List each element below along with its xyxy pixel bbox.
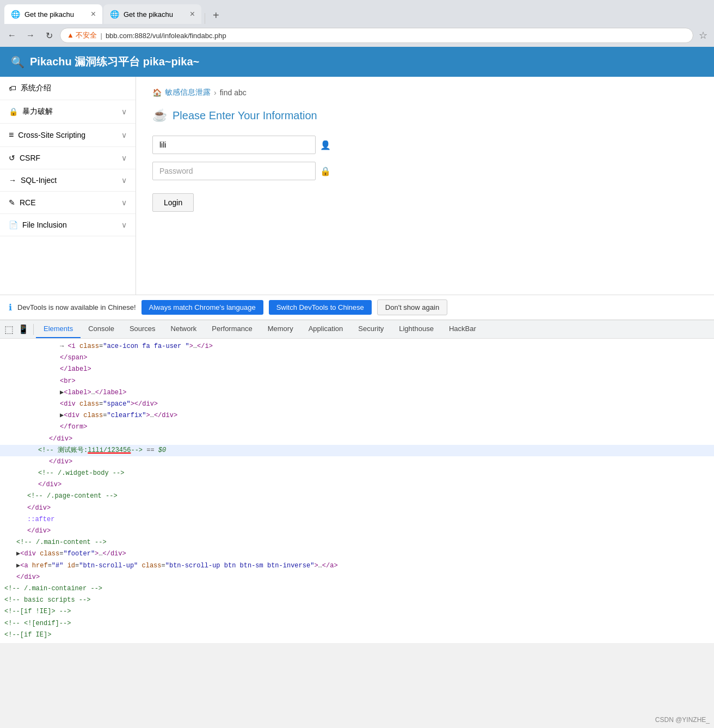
form-title-text: Please Enter Your Information <box>173 109 317 122</box>
main-layout: 🏷 系统介绍 🔒 暴力破解 ∨ ≡ Cross-Site Scripting ∨… <box>0 77 714 295</box>
code-line: </div> <box>0 479 714 491</box>
sidebar-item-rce[interactable]: ✎ RCE ∨ <box>0 192 136 214</box>
file-icon: 📄 <box>9 221 18 229</box>
tab-close-1[interactable]: × <box>91 9 96 19</box>
breadcrumb-item-2: find abc <box>220 88 247 97</box>
sidebar-label-brute: 暴力破解 <box>22 107 53 117</box>
back-button[interactable]: ← <box>4 28 20 43</box>
tab-security[interactable]: Security <box>350 320 391 338</box>
sidebar-label-fi: File Inclusion <box>22 221 67 229</box>
device-toolbar-button[interactable]: 📱 <box>16 322 31 337</box>
lock-icon: 🔒 <box>9 107 18 116</box>
code-line: <!-- basic scripts --> <box>0 595 714 606</box>
breadcrumb-separator: › <box>214 88 217 97</box>
tab-console[interactable]: Console <box>81 320 122 338</box>
tab-active[interactable]: 🌐 Get the pikachu × <box>4 4 102 24</box>
forward-button[interactable]: → <box>23 28 38 43</box>
sidebar: 🏷 系统介绍 🔒 暴力破解 ∨ ≡ Cross-Site Scripting ∨… <box>0 77 136 295</box>
sidebar-label-sqli: SQL-Inject <box>21 176 57 185</box>
cup-icon: ☕ <box>152 108 167 123</box>
reload-button[interactable]: ↻ <box>41 28 57 43</box>
code-line: <!-- /.page-content --> <box>0 491 714 502</box>
tools-divider <box>33 324 34 335</box>
tab-hackbar[interactable]: HackBar <box>441 320 484 338</box>
sidebar-item-xss[interactable]: ≡ Cross-Site Scripting ∨ <box>0 124 136 147</box>
code-line: <!-- <![endif]--> <box>0 618 714 629</box>
user-icon: 👤 <box>320 140 331 150</box>
tab-favicon-1: 🌐 <box>11 10 20 19</box>
rce-icon: ✎ <box>9 198 15 207</box>
address-bar[interactable]: ▲ 不安全 | bbb.com:8882/vul/infoleak/findab… <box>60 28 693 43</box>
tab-sources[interactable]: Sources <box>122 320 163 338</box>
sidebar-item-csrf[interactable]: ↺ CSRF ∨ <box>0 147 136 169</box>
code-line: ▶<label>…</label> <box>0 387 714 399</box>
tab-title-1: Get the pikachu <box>24 10 74 19</box>
code-line: <br> <box>0 376 714 387</box>
tab-inactive[interactable]: 🌐 Get the pikachu × <box>103 4 201 24</box>
code-line: ▶<div class="clearfix">…</div> <box>0 410 714 421</box>
sidebar-item-brute[interactable]: 🔒 暴力破解 ∨ <box>0 100 136 124</box>
form-title: ☕ Please Enter Your Information <box>152 108 698 123</box>
tab-performance[interactable]: Performance <box>204 320 260 338</box>
code-line: ▶<div class="footer">…</div> <box>0 548 714 560</box>
devtools-notification: ℹ DevTools is now available in Chinese! … <box>0 295 714 320</box>
chevron-down-icon-5: ∨ <box>121 198 127 207</box>
sidebar-item-fi[interactable]: 📄 File Inclusion ∨ <box>0 214 136 236</box>
new-tab-button[interactable]: + <box>208 7 224 24</box>
info-icon: ℹ <box>9 302 12 313</box>
notification-text: DevTools is now available in Chinese! <box>17 303 136 311</box>
sidebar-label-intro: 系统介绍 <box>21 83 51 93</box>
username-group: 👤 <box>152 136 698 154</box>
password-input[interactable] <box>152 162 316 180</box>
tab-network[interactable]: Network <box>163 320 205 338</box>
security-warning: ▲ 不安全 <box>67 30 97 40</box>
code-line: </div> <box>0 503 714 514</box>
tag-icon: 🏷 <box>9 84 16 93</box>
code-line: </div> <box>0 525 714 537</box>
chevron-down-icon-6: ∨ <box>121 221 127 229</box>
tab-lighthouse[interactable]: Lighthouse <box>391 320 441 338</box>
code-line: ▶<a href="#" id="btn-scroll-up" class="b… <box>0 560 714 572</box>
code-line: </label> <box>0 364 714 375</box>
breadcrumb-item-1[interactable]: 敏感信息泄露 <box>165 88 211 97</box>
tab-title-2: Get the pikachu <box>124 10 173 19</box>
sqli-icon: → <box>9 176 16 185</box>
code-area: → <i class="ace-icon fa fa-user " >…</i>… <box>0 339 714 643</box>
tab-elements[interactable]: Elements <box>36 320 81 338</box>
bookmark-button[interactable]: ☆ <box>697 27 710 44</box>
switch-chinese-button[interactable]: Switch DevTools to Chinese <box>269 300 372 315</box>
dont-show-button[interactable]: Don't show again <box>377 299 447 315</box>
code-line: <!-- /.main-container --> <box>0 583 714 595</box>
content-area: 🏠 敏感信息泄露 › find abc ☕ Please Enter Your … <box>136 77 714 295</box>
sidebar-item-sqli[interactable]: → SQL-Inject ∨ <box>0 169 136 192</box>
sidebar-item-intro[interactable]: 🏷 系统介绍 <box>0 77 136 100</box>
code-line: </div> <box>0 572 714 583</box>
browser-chrome: 🌐 Get the pikachu × 🌐 Get the pikachu × … <box>0 0 714 47</box>
code-line: <!-- /.widget-body --> <box>0 468 714 479</box>
login-button-container: Login <box>152 188 698 212</box>
code-line: </div> <box>0 456 714 468</box>
code-line-highlighted[interactable]: <!-- 测试账号:lili/123456--> == $0 <box>0 445 714 456</box>
match-language-button[interactable]: Always match Chrome's language <box>141 300 263 315</box>
sidebar-label-csrf: CSRF <box>20 154 40 162</box>
devtools-tabs: ⬚ 📱 Elements Console Sources Network Per… <box>0 320 714 339</box>
tab-application[interactable]: Application <box>301 320 351 338</box>
username-input[interactable] <box>152 136 316 154</box>
breadcrumb: 🏠 敏感信息泄露 › find abc <box>152 88 698 97</box>
xss-icon: ≡ <box>9 130 14 140</box>
sidebar-label-rce: RCE <box>20 198 36 207</box>
inspect-element-button[interactable]: ⬚ <box>2 321 16 338</box>
tab-divider <box>205 13 205 24</box>
code-line: <div class="space"></div> <box>0 399 714 410</box>
code-line: <!--[if IE]> <box>0 629 714 641</box>
code-line: <!--[if !IE]> --> <box>0 606 714 617</box>
url-text: bbb.com:8882/vul/infoleak/findabc.php <box>106 32 686 40</box>
devtools-panel: ⬚ 📱 Elements Console Sources Network Per… <box>0 320 714 643</box>
code-line: </form> <box>0 421 714 433</box>
chevron-down-icon-2: ∨ <box>121 131 127 139</box>
tab-close-2[interactable]: × <box>190 9 195 19</box>
tab-memory[interactable]: Memory <box>260 320 301 338</box>
login-button[interactable]: Login <box>152 193 194 212</box>
code-line: </div> <box>0 433 714 445</box>
code-line: <!-- /.main-content --> <box>0 537 714 548</box>
